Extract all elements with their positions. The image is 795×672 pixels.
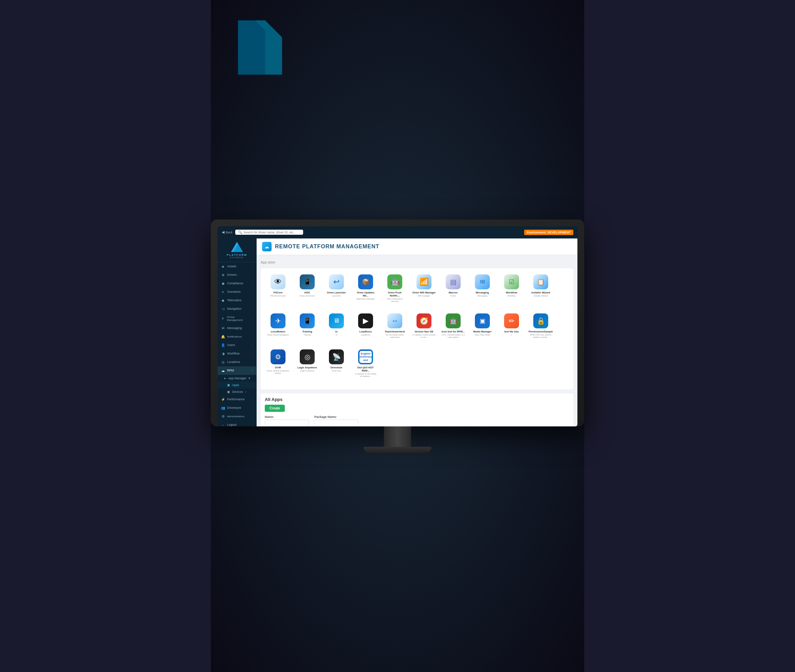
app-card-messaging[interactable]: ✉ Messaging Messaging (468, 272, 496, 305)
app-card-tv[interactable]: 🖥 tv tv (322, 311, 350, 341)
app-card-teamviewer[interactable]: ↔ TeamViewerHost Do not install unless a… (381, 311, 409, 341)
sidebar-item-scenarios[interactable]: ≡ Scenarios (218, 288, 256, 296)
apps-icon: ▣ (227, 383, 230, 387)
app-card-mediamanager[interactable]: ▣ Media Manager View, Play, Read (468, 311, 496, 341)
messaging-app-name: Messaging (476, 291, 489, 294)
verizon-icon: 🧭 (417, 314, 431, 328)
teamviewer-desc: Do not install unless authorized (383, 334, 407, 339)
app-card-locomotion[interactable]: ✈ LocoMotion Driver Route Navigation (264, 311, 292, 341)
app-card-dvir[interactable]: ⚙ DVIR Driver Vehicle Inspection Report (264, 347, 292, 380)
env-badge: Environment: DEVELOPMENT (524, 230, 573, 235)
content-body: App store 👁 PSCore PSCore Services (256, 255, 577, 426)
orion-wifi-desc: Wifi manager (418, 295, 430, 297)
sidebar-item-group-mgmt[interactable]: ≡ Group Management › (218, 313, 256, 324)
app-card-workflow[interactable]: ☑ Workflow Workflow (498, 272, 526, 305)
admin-icon: ⚙ (221, 414, 225, 418)
app-card-loaddocs[interactable]: ▶ LoadDocs LoadDocs (352, 311, 380, 341)
sidebar-item-compliance[interactable]: ◉ Compliance › (218, 279, 256, 288)
devices-label: Devices (232, 390, 243, 394)
group-mgmt-label: Group Management (227, 315, 250, 322)
app-card-testfile[interactable]: ✏ test file size 1 (498, 311, 526, 341)
compliance-label: Compliance (227, 282, 244, 285)
workflow-icon: ◑ (221, 352, 225, 355)
sidebar-item-navigation[interactable]: ◁ Navigation › (218, 305, 256, 313)
sidebar-item-performance[interactable]: ⚡ Performance › (218, 395, 256, 404)
installer-name: Installer Wizard (531, 291, 550, 294)
app-card-training[interactable]: 📱 Training Training (293, 311, 321, 341)
app-card-installer[interactable]: 📋 Installer Wizard Installer Wizard (527, 272, 555, 305)
app-card-orion-push[interactable]: 🤖 Orion Push Notific... Push notificatio… (381, 272, 409, 305)
logo-area: PLATFORM SCIENCE (218, 238, 256, 262)
admin-chevron: › (252, 415, 253, 418)
teamviewer-icon: ↔ (387, 314, 402, 328)
sidebar-item-locations[interactable]: ◎ Locations (218, 358, 256, 366)
permissions-desc: RPM-1440 Just need to publish a small... (529, 334, 553, 339)
app-card-orion-wifi[interactable]: 📶 Orion Wifi Manager Wifi manager (410, 272, 438, 305)
macros-name: Macros (449, 291, 458, 294)
sidebar-item-logout[interactable]: ← Logout (218, 421, 256, 426)
performance-icon: ⚡ (221, 398, 225, 401)
sidebar-sub-app-manager[interactable]: ▸ App Manager ▾ (218, 375, 256, 382)
icontest-icon: 🤖 (446, 314, 461, 328)
sidebar-item-users[interactable]: 👤 Users › (218, 341, 256, 349)
orion-wifi-name: Orion Wifi Manager (412, 291, 436, 294)
search-bar[interactable]: 🔍 (235, 230, 303, 235)
testfile-icon: ✏ (504, 314, 519, 328)
sidebar-item-telematics[interactable]: ◆ Telematics (218, 296, 256, 305)
mediamanager-desc: View, Play, Read (475, 334, 490, 336)
compliance-chevron: › (252, 282, 253, 285)
app-card-permissions[interactable]: 🔒 PermissionsSample RPM-1440 Just need t… (527, 311, 555, 341)
orion-launcher-icon: ↩ (329, 274, 344, 290)
locomotion-icon: ✈ (271, 314, 285, 328)
app-card-logix[interactable]: ◎ Logix Anywhere Logix Anywhere (293, 347, 321, 380)
content-area: ☁ REMOTE PLATFORM MANAGEMENT App store (256, 238, 577, 426)
sidebar-item-rpm[interactable]: ☁ RPM ▾ (218, 366, 256, 375)
messaging-app-icon: ✉ (475, 274, 490, 290)
sidebar-item-workflow[interactable]: ◑ Workflow (218, 349, 256, 358)
training-icon: 📱 (300, 314, 315, 328)
drivers-label: Drivers (227, 273, 237, 277)
search-input[interactable] (244, 231, 300, 234)
navigation-chevron: › (252, 308, 253, 310)
app-card-macros[interactable]: ▤ Macros Forms (439, 272, 467, 305)
app-card-hos[interactable]: 📱 HOS Hours of Service (293, 272, 321, 305)
app-card-icontest[interactable]: 🤖 Icon test for RPM... 1.0.0 + forced-in… (439, 311, 467, 341)
icontest-desc: 1.0.0 + forced-install 1.0.1 + auto-upda… (441, 334, 465, 339)
package-filter: Package Name: (314, 415, 359, 426)
admin-label: Administrators (227, 415, 244, 418)
macros-icon: ▤ (446, 274, 461, 290)
app-card-driveaxle[interactable]: 📡 DriveAxle Drive Axle (322, 347, 350, 380)
create-button[interactable]: Create (265, 405, 285, 412)
sidebar-item-messaging[interactable]: ✉ Messaging (218, 324, 256, 333)
filter-row: Name: Package Name: (265, 415, 569, 426)
orion-launcher-name: Orion Launcher (327, 291, 346, 294)
verizon-desc: v1 upload of store version on nai... (412, 334, 436, 339)
installer-icon: 📋 (533, 274, 548, 290)
sidebar-item-notifications[interactable]: 🔔 Notifications (218, 333, 256, 341)
sidebar: PLATFORM SCIENCE ◈ Assets › ⊕ Drivers (218, 238, 256, 426)
package-filter-input[interactable] (314, 419, 359, 426)
app-store-row1: 👁 PSCore PSCore Services 📱 HOS Hours of … (264, 272, 570, 305)
back-button[interactable]: ◀ Back (222, 230, 232, 234)
hos-desc: Hours of Service (300, 295, 315, 297)
installer-desc: Installer Wizard (534, 295, 548, 297)
sidebar-item-drivers[interactable]: ⊕ Drivers (218, 271, 256, 279)
logix-desc: Logix Anywhere (300, 370, 314, 372)
name-filter-input[interactable] (265, 419, 309, 426)
app-card-verizon[interactable]: 🧭 Verizon Nav GE v1 upload of store vers… (410, 311, 438, 341)
workflow-label: Workflow (227, 352, 240, 355)
assets-label: Assets (227, 265, 236, 268)
app-card-orion-updates[interactable]: 📦 Orion Updates Ma... Application Manage… (352, 272, 380, 305)
app-card-pscore[interactable]: 👁 PSCore PSCore Services (264, 272, 292, 305)
sidebar-item-drivewyze[interactable]: 👥 Drivewyze › (218, 404, 256, 412)
app-card-dict[interactable]: Advanced English Dictionary and Thesauru… (352, 347, 380, 380)
top-bar: ◀ Back 🔍 Environment: DEVELOPMENT (218, 226, 577, 238)
compliance-icon: ◉ (221, 282, 225, 285)
training-desc: Training (303, 334, 311, 336)
app-card-orion-launcher[interactable]: ↩ Orion Launcher Launcher (322, 272, 350, 305)
orion-updates-desc: Application Manager (356, 298, 375, 300)
sidebar-sub-devices[interactable]: ▣ Devices › (218, 389, 256, 395)
sidebar-item-administrators[interactable]: ⚙ Administrators › (218, 412, 256, 421)
sidebar-sub-apps[interactable]: ▣ Apps (218, 382, 256, 389)
sidebar-item-assets[interactable]: ◈ Assets › (218, 262, 256, 271)
